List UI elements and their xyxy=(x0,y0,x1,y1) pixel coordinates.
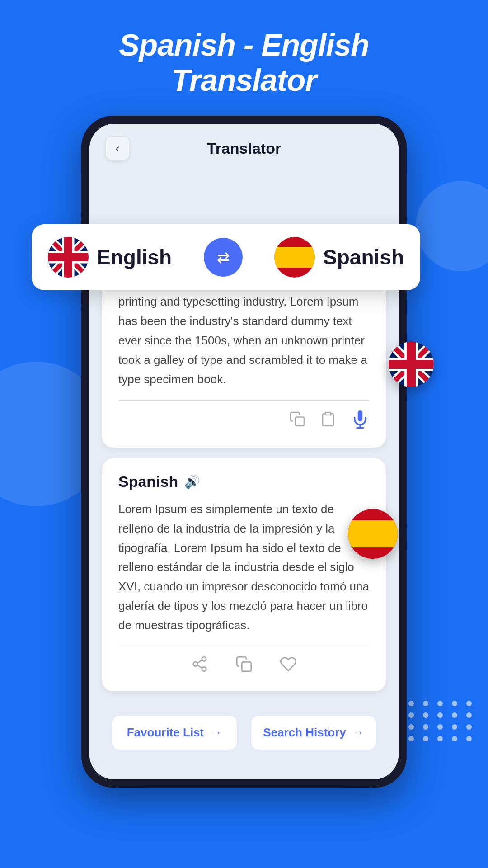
swap-language-button[interactable]: ⇄ xyxy=(204,238,243,277)
search-history-label: Search History xyxy=(263,726,346,740)
svg-rect-2 xyxy=(348,520,398,547)
favourite-arrow-icon: → xyxy=(210,726,222,740)
float-spain-flag xyxy=(348,509,398,559)
spanish-text: Lorem Ipsum es simplemente un texto de r… xyxy=(118,500,370,635)
favourite-list-button[interactable]: Favourite List → xyxy=(111,715,238,750)
spanish-speaker-icon[interactable]: 🔊 xyxy=(184,474,200,489)
svg-rect-8 xyxy=(274,247,315,268)
svg-line-16 xyxy=(197,665,202,668)
clipboard-icon[interactable] xyxy=(320,411,336,431)
spanish-actions xyxy=(118,656,370,677)
phone-screen: ‹ Translator English 🔊 Lorem Ipsum is si… xyxy=(89,124,399,779)
phone-shell: ‹ Translator English 🔊 Lorem Ipsum is si… xyxy=(81,116,407,788)
swap-icon: ⇄ xyxy=(217,248,230,266)
screen-title: Translator xyxy=(207,140,281,157)
hero-title: Spanish - English Translator xyxy=(0,0,488,116)
svg-line-17 xyxy=(197,660,202,663)
phone-mockup: English ⇄ Spanish xyxy=(68,116,420,788)
float-uk-flag xyxy=(389,342,434,387)
spanish-box-header: Spanish 🔊 xyxy=(118,473,370,491)
favourite-list-label: Favourite List xyxy=(127,726,204,740)
svg-rect-9 xyxy=(296,417,305,426)
favorite-icon[interactable] xyxy=(280,656,297,677)
english-actions xyxy=(118,410,370,433)
microphone-icon[interactable] xyxy=(351,410,370,433)
bottom-buttons: Favourite List → Search History → xyxy=(102,702,386,767)
source-language[interactable]: English xyxy=(48,237,172,278)
phone-topbar: ‹ Translator xyxy=(89,124,399,168)
copy-icon[interactable] xyxy=(289,411,305,431)
history-arrow-icon: → xyxy=(352,726,364,740)
copy-spanish-icon[interactable] xyxy=(235,656,253,677)
language-selector-card: English ⇄ Spanish xyxy=(32,224,420,290)
divider xyxy=(118,400,370,401)
uk-flag-icon xyxy=(48,237,89,278)
target-language[interactable]: Spanish xyxy=(274,237,404,278)
back-arrow-icon: ‹ xyxy=(116,142,120,156)
svg-rect-18 xyxy=(242,662,251,671)
spanish-translation-box: Spanish 🔊 Lorem Ipsum es simplemente un … xyxy=(102,458,386,691)
search-history-button[interactable]: Search History → xyxy=(250,715,377,750)
spain-flag-icon xyxy=(274,237,315,278)
share-icon[interactable] xyxy=(191,656,208,677)
bg-decoration-right xyxy=(416,181,488,271)
back-button[interactable]: ‹ xyxy=(106,137,129,160)
svg-rect-10 xyxy=(325,412,331,415)
divider-2 xyxy=(118,646,370,646)
